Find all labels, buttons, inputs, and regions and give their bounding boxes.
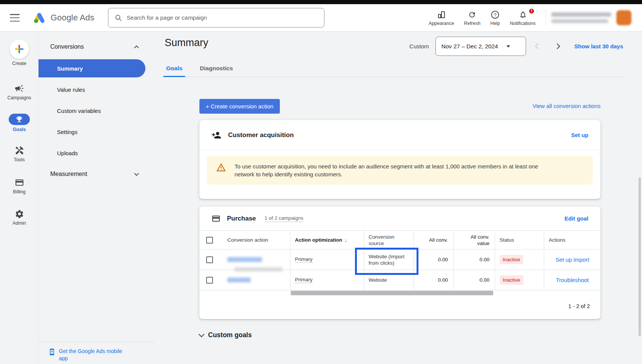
- sidebar-item-value-rules[interactable]: Value rules: [39, 80, 145, 99]
- rail-item-tools[interactable]: Tools: [0, 146, 39, 162]
- active-tab-underline: [163, 76, 185, 77]
- conversion-source-cell: Website (Import from clicks): [364, 250, 414, 270]
- blurred-conversion-subtext: [234, 267, 282, 271]
- create-conversion-action-button[interactable]: + Create conversion action: [199, 99, 280, 114]
- set-up-link[interactable]: Set up: [571, 132, 588, 138]
- row-checkbox[interactable]: [206, 277, 213, 284]
- search-input[interactable]: [127, 14, 318, 21]
- edit-goal-link[interactable]: Edit goal: [565, 215, 588, 222]
- all-conv-value-cell: 0.00: [453, 250, 495, 270]
- topbar-divider: [546, 10, 546, 26]
- menu-icon[interactable]: [10, 14, 20, 22]
- notifications-button[interactable]: ! Notifications: [510, 10, 536, 26]
- actions-cell: Set up import: [544, 250, 600, 270]
- top-app-bar: Google Ads Appearance Refresh: [0, 4, 642, 32]
- help-button[interactable]: ? Help: [490, 10, 500, 26]
- rail-item-create[interactable]: Create: [0, 39, 39, 66]
- status-badge: Inactive: [500, 275, 523, 285]
- sidebar-item-summary[interactable]: Summary: [39, 59, 145, 77]
- account-info: [551, 12, 611, 23]
- credit-card-icon: [15, 178, 24, 187]
- brand-name: Google Ads: [51, 13, 94, 23]
- rail-item-campaigns[interactable]: Campaigns: [0, 83, 39, 100]
- topbar-actions: Appearance Refresh ? Help: [424, 10, 631, 26]
- sidebar-section-measurement[interactable]: Measurement: [39, 167, 155, 182]
- horizontal-scrollbar[interactable]: [291, 291, 493, 295]
- create-plus-icon: [9, 39, 29, 59]
- view-all-conversion-actions-link[interactable]: View all conversion actions: [532, 103, 600, 109]
- col-header-status[interactable]: Status: [495, 231, 544, 250]
- bell-icon: [519, 10, 527, 20]
- rail-item-billing[interactable]: Billing: [0, 178, 39, 194]
- col-header-conversion-source[interactable]: Conversion source: [364, 231, 414, 250]
- appearance-button[interactable]: Appearance: [429, 10, 454, 26]
- date-range-picker[interactable]: Nov 27 – Dec 2, 2024: [435, 37, 526, 56]
- conversion-action-name-cell[interactable]: [223, 270, 290, 290]
- table-row: Primary Website (Import from clicks) 0.0…: [199, 250, 600, 270]
- refresh-button[interactable]: Refresh: [464, 10, 480, 26]
- col-header-all-conv-value[interactable]: All conv. value: [453, 231, 495, 250]
- previous-period-button[interactable]: [535, 43, 541, 49]
- warning-banner: To use customer acquisition, you need to…: [207, 156, 593, 185]
- chevron-up-icon: [134, 45, 139, 50]
- search-icon: [114, 14, 122, 22]
- sidebar-item-settings[interactable]: Settings: [39, 123, 145, 141]
- appearance-icon: [437, 10, 446, 20]
- customer-acquisition-title: Customer acquisition: [228, 131, 571, 139]
- rail-item-admin[interactable]: Admin: [0, 209, 39, 226]
- gear-icon: [15, 209, 24, 219]
- customer-acquisition-header: Customer acquisition Set up: [199, 120, 600, 150]
- rail-item-goals[interactable]: Goals: [0, 114, 39, 132]
- col-header-actions[interactable]: Actions: [544, 231, 600, 250]
- window-top-strip: [0, 0, 642, 4]
- set-up-import-link[interactable]: Set up import: [549, 256, 596, 263]
- show-last-30-days-link[interactable]: Show last 30 days: [574, 43, 623, 49]
- all-conv-value-cell: 0.00: [453, 270, 495, 290]
- warning-text: To use customer acquisition, you need to…: [235, 162, 559, 178]
- person-add-icon: [211, 130, 221, 140]
- conversion-source-cell: Website: [364, 270, 414, 290]
- blurred-account-name: [551, 12, 611, 17]
- next-period-button[interactable]: [554, 43, 560, 49]
- page-title: Summary: [165, 37, 208, 49]
- action-optimization-cell: Primary: [290, 250, 364, 270]
- select-all-checkbox[interactable]: [206, 237, 213, 244]
- google-ads-logo[interactable]: Google Ads: [32, 12, 94, 24]
- row-checkbox[interactable]: [206, 256, 213, 263]
- avatar[interactable]: [616, 10, 631, 25]
- vertical-scrollbar[interactable]: [639, 177, 641, 336]
- trophy-icon: [15, 116, 23, 123]
- blurred-conversion-name: [227, 257, 262, 262]
- status-cell: Inactive: [495, 250, 544, 270]
- status-cell: Inactive: [495, 270, 544, 290]
- purchase-header: Purchase 1 of 2 campaigns Edit goal: [199, 207, 600, 230]
- campaigns-count-link[interactable]: 1 of 2 campaigns: [265, 215, 304, 222]
- conversion-actions-table: Conversion action Action optimization↓ C…: [199, 230, 600, 290]
- pagination-label: 1 - 2 of 2: [568, 303, 590, 309]
- account-menu[interactable]: [551, 10, 631, 25]
- mobile-app-link[interactable]: Get the Google Ads mobile app: [39, 342, 155, 362]
- all-conv-cell: 0.00: [414, 270, 453, 290]
- chevron-down-icon: [199, 332, 205, 338]
- sidebar-item-custom-variables[interactable]: Custom variables: [39, 102, 145, 120]
- global-search[interactable]: [108, 8, 324, 28]
- sidebar-item-uploads[interactable]: Uploads: [39, 144, 145, 162]
- action-optimization-cell: Primary: [290, 270, 364, 290]
- sidebar-section-conversions[interactable]: Conversions: [39, 39, 155, 54]
- main-content: Summary Custom Nov 27 – Dec 2, 2024 Show…: [155, 32, 642, 364]
- purchase-goal-card: Purchase 1 of 2 campaigns Edit goal Conv…: [199, 207, 600, 319]
- refresh-icon: [468, 10, 476, 20]
- conversion-action-name-cell[interactable]: [223, 250, 290, 270]
- purchase-card-icon: [211, 214, 221, 223]
- tab-goals[interactable]: Goals: [165, 61, 184, 77]
- col-header-action-optimization[interactable]: Action optimization↓: [290, 231, 364, 250]
- megaphone-icon: [14, 83, 24, 93]
- tab-diagnostics[interactable]: Diagnostics: [198, 61, 235, 77]
- troubleshoot-link[interactable]: Troubleshoot: [549, 277, 596, 283]
- custom-goals-toggle[interactable]: Custom goals: [199, 331, 252, 339]
- col-header-all-conv[interactable]: All conv.: [414, 231, 453, 250]
- svg-text:?: ?: [494, 12, 496, 17]
- purchase-title: Purchase: [227, 215, 256, 222]
- col-header-conversion-action[interactable]: Conversion action: [223, 231, 290, 250]
- table-row: Primary Website 0.00 0.00 Inactive Troub…: [199, 270, 600, 290]
